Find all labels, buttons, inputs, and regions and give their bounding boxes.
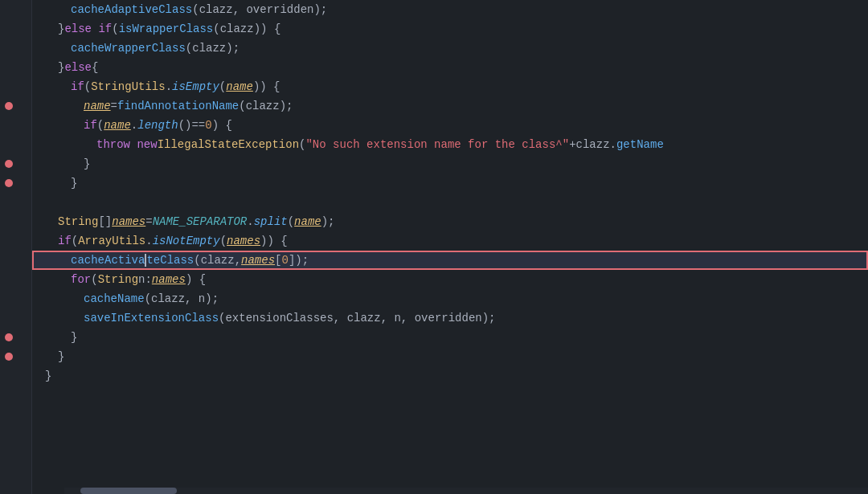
code-line-2: } else if (isWrapperClass(clazz)) { [32,19,868,39]
code-line-15: for (String n : names) { [32,270,868,289]
code-line-13: if (ArrayUtils.isNotEmpty(names)) { [32,231,868,251]
code-content[interactable]: cacheAdaptiveClass(clazz, overridden); }… [32,0,868,494]
code-line-20: } [32,366,868,386]
code-line-3: cacheWrapperClass(clazz); [32,39,868,58]
code-line-6: name = findAnnotationName(clazz); [32,96,868,116]
token-fn-1: cacheAdaptiveClass [71,0,192,19]
breakpoint-dot-10 [5,179,13,187]
code-line-16: cacheName(clazz, n); [32,289,868,308]
breakpoint-dot-6 [5,102,13,110]
horizontal-scrollbar[interactable] [64,488,868,494]
gutter-line-10[interactable] [0,174,31,193]
code-line-4: } else { [32,58,868,77]
gutter-line-9[interactable] [0,154,31,174]
code-line-5: if (StringUtils.isEmpty(name)) { [32,77,868,96]
gutter-line-17 [0,308,31,328]
gutter-line-5 [0,77,31,96]
gutter-line-2 [0,19,31,39]
breakpoint-dot-18 [5,333,13,341]
code-line-9: } [32,154,868,174]
code-line-14: cacheActivateClass(clazz, names[0]); [32,251,868,270]
code-editor: cacheAdaptiveClass(clazz, overridden); }… [0,0,868,494]
gutter-line-14 [0,251,31,270]
code-line-10: } [32,174,868,193]
code-line-12: String[] names = NAME_SEPARATOR.split(na… [32,212,868,231]
gutter-line-6[interactable] [0,96,31,116]
gutter-line-3 [0,39,31,58]
breakpoint-dot-19 [5,353,13,361]
gutter-line-15 [0,270,31,289]
gutter [0,0,32,494]
gutter-line-7 [0,116,31,135]
gutter-line-11 [0,193,31,212]
breakpoint-dot-9 [5,160,13,168]
code-line-17: saveInExtensionClass(extensionClasses, c… [32,308,868,328]
code-line-7: if (name.length() == 0) { [32,116,868,135]
code-line-1: cacheAdaptiveClass(clazz, overridden); [32,0,868,19]
gutter-line-12 [0,212,31,231]
scrollbar-thumb[interactable] [80,488,177,494]
code-line-19: } [32,347,868,366]
gutter-line-19[interactable] [0,347,31,366]
gutter-line-1 [0,0,31,19]
code-line-18: } [32,328,868,347]
gutter-line-4 [0,58,31,77]
gutter-line-16 [0,289,31,308]
code-line-11 [32,193,868,212]
gutter-line-13 [0,231,31,251]
gutter-line-20 [0,366,31,386]
gutter-line-18[interactable] [0,328,31,347]
gutter-line-8 [0,135,31,154]
code-line-8: throw new IllegalStateException("No such… [32,135,868,154]
